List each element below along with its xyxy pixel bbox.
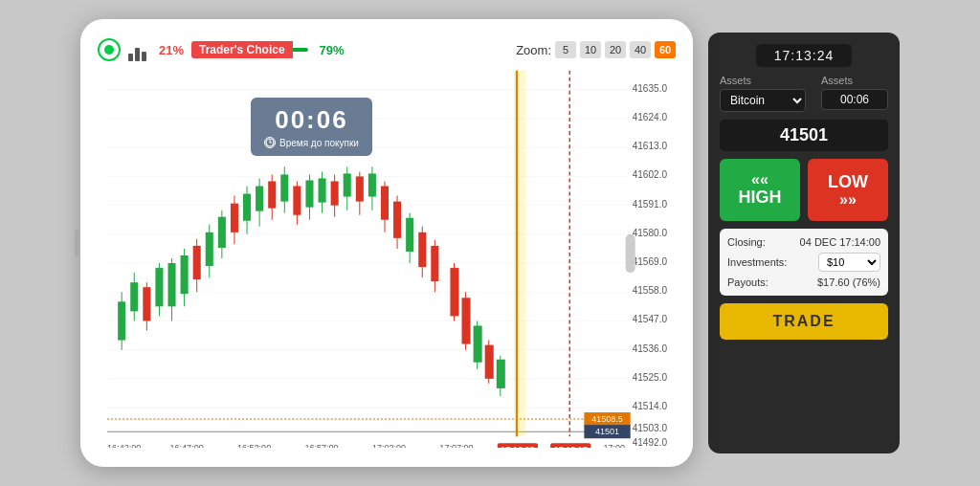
- svg-rect-75: [418, 232, 426, 267]
- svg-text:41635.0: 41635.0: [633, 83, 668, 94]
- zoom-section: Zoom: 5 10 20 40 60: [516, 41, 676, 58]
- svg-rect-108: [626, 234, 635, 273]
- svg-rect-67: [368, 173, 376, 196]
- svg-text:41613.0: 41613.0: [633, 141, 668, 151]
- svg-rect-43: [218, 217, 226, 248]
- svg-text:16:52:00: 16:52:00: [237, 443, 271, 448]
- closing-row: Closing: 04 DEC 17:14:00: [727, 236, 880, 248]
- zoom-10[interactable]: 10: [580, 41, 601, 58]
- svg-text:16:42:00: 16:42:00: [107, 443, 141, 448]
- payouts-label: Payouts:: [727, 276, 768, 288]
- svg-text:41624.0: 41624.0: [633, 112, 668, 122]
- svg-text:41558.0: 41558.0: [633, 285, 668, 296]
- svg-rect-77: [431, 246, 438, 281]
- trade-buttons: «« HIGH LOW »»: [720, 159, 888, 221]
- svg-rect-79: [450, 268, 458, 316]
- svg-rect-87: [497, 360, 505, 388]
- assets-col-2: Assets 00:06: [821, 75, 888, 112]
- svg-text:41536.0: 41536.0: [633, 343, 668, 354]
- svg-text:41569.0: 41569.0: [633, 256, 668, 267]
- zoom-5[interactable]: 5: [555, 41, 576, 58]
- investments-select[interactable]: $10: [818, 253, 880, 272]
- svg-text:41525.0: 41525.0: [633, 372, 668, 383]
- svg-rect-27: [118, 301, 125, 340]
- clock-icon: [264, 137, 276, 148]
- closing-value: 04 DEC 17:14:00: [800, 236, 880, 248]
- svg-text:17:00: 17:00: [604, 443, 626, 448]
- svg-rect-53: [280, 174, 288, 201]
- svg-rect-59: [319, 178, 326, 202]
- low-button[interactable]: LOW »»: [808, 159, 888, 221]
- tc-green-bar: [293, 48, 308, 52]
- svg-text:41547.0: 41547.0: [633, 314, 668, 324]
- svg-rect-31: [143, 287, 150, 320]
- svg-rect-96: [514, 71, 525, 437]
- assets-select[interactable]: Bitcoin: [720, 89, 806, 112]
- trade-button[interactable]: TRADE: [720, 303, 888, 340]
- svg-text:41508.5: 41508.5: [591, 414, 623, 424]
- zoom-40[interactable]: 40: [630, 41, 651, 58]
- zoom-60[interactable]: 60: [655, 41, 676, 58]
- svg-text:17:12:00: 17:12:00: [501, 445, 534, 448]
- svg-text:17:15:17: 17:15:17: [554, 445, 588, 448]
- chart-area: 41635.0 41624.0 41613.0 41602.0 41591.0 …: [98, 69, 676, 448]
- right-panel: 17:13:24 Assets Bitcoin Assets 00:06 415…: [708, 33, 900, 453]
- svg-rect-73: [406, 218, 413, 252]
- pct-left: 21%: [159, 43, 184, 57]
- svg-rect-51: [268, 181, 276, 208]
- svg-rect-57: [305, 180, 313, 207]
- tablet: 21% Trader's Choice 79% Zoom: 5 10 20 40…: [80, 19, 693, 467]
- svg-rect-55: [293, 187, 301, 215]
- tc-red-label: Trader's Choice: [191, 41, 293, 58]
- svg-rect-71: [393, 202, 401, 238]
- assets-time-value: 00:06: [821, 89, 888, 110]
- info-section: Closing: 04 DEC 17:14:00 Investments: $1…: [720, 229, 888, 296]
- panel-price: 41501: [720, 120, 888, 151]
- svg-text:17:02:00: 17:02:00: [372, 443, 406, 448]
- closing-label: Closing:: [727, 236, 766, 248]
- svg-rect-47: [243, 194, 251, 221]
- svg-rect-41: [206, 232, 213, 266]
- investments-label: Investments:: [727, 256, 787, 268]
- svg-rect-35: [167, 263, 175, 306]
- chart-header: 21% Trader's Choice 79% Zoom: 5 10 20 40…: [98, 38, 676, 61]
- svg-text:41492.0: 41492.0: [633, 437, 668, 448]
- assets-label-2: Assets: [821, 75, 888, 86]
- svg-rect-45: [231, 204, 238, 232]
- chevrons-up-icon: ««: [751, 172, 768, 188]
- timer-label: Время до покупки: [264, 137, 359, 148]
- investments-row: Investments: $10: [727, 253, 880, 272]
- high-button[interactable]: «« HIGH: [720, 159, 800, 221]
- svg-text:41514.0: 41514.0: [633, 401, 668, 411]
- zoom-label: Zoom:: [516, 43, 551, 57]
- svg-rect-65: [356, 176, 364, 201]
- payouts-value: $17.60 (76%): [817, 276, 880, 288]
- svg-rect-33: [155, 268, 163, 306]
- bar-chart-icon[interactable]: [128, 38, 151, 61]
- svg-text:41501: 41501: [595, 427, 619, 436]
- svg-text:17:07:00: 17:07:00: [439, 443, 473, 448]
- trader-choice-bar: Trader's Choice: [191, 41, 308, 58]
- svg-text:16:47:00: 16:47:00: [170, 443, 204, 448]
- svg-rect-85: [485, 345, 494, 379]
- svg-rect-39: [193, 246, 201, 279]
- assets-row: Assets Bitcoin Assets 00:06: [720, 75, 888, 112]
- svg-rect-29: [130, 282, 138, 311]
- timer-overlay: 00:06 Время до покупки: [251, 98, 372, 156]
- panel-time: 17:13:24: [756, 44, 852, 67]
- tablet-side-button: [75, 230, 79, 256]
- signal-icon[interactable]: [98, 38, 121, 61]
- low-label: LOW: [828, 172, 868, 192]
- svg-text:16:57:00: 16:57:00: [304, 443, 338, 448]
- svg-rect-69: [381, 187, 389, 220]
- pct-right: 79%: [320, 43, 345, 57]
- svg-text:41503.0: 41503.0: [633, 423, 668, 433]
- svg-rect-63: [344, 173, 351, 196]
- high-label: HIGH: [739, 188, 782, 208]
- chevrons-down-icon: »»: [839, 192, 857, 208]
- svg-rect-49: [256, 187, 263, 211]
- assets-col-1: Assets Bitcoin: [720, 75, 806, 112]
- svg-rect-61: [331, 181, 339, 205]
- svg-text:41591.0: 41591.0: [633, 199, 668, 210]
- zoom-20[interactable]: 20: [605, 41, 626, 58]
